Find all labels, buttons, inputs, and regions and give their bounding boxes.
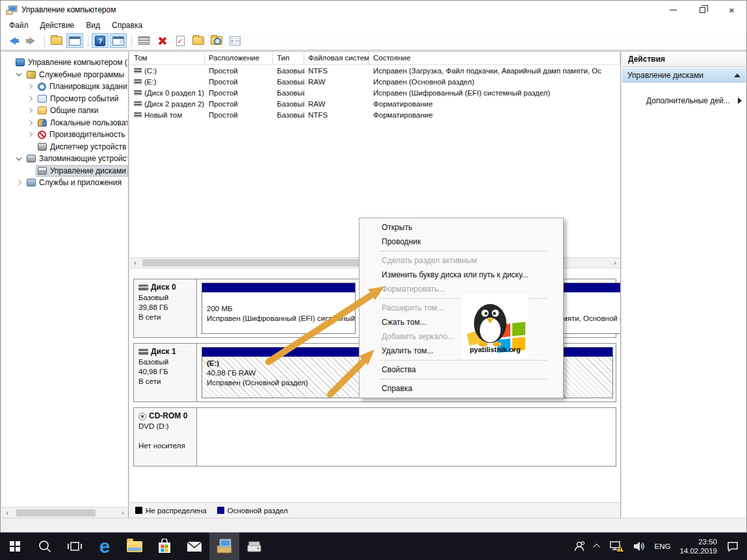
tree-item-label: Запоминающие устройст bbox=[39, 154, 128, 163]
context-menu-item[interactable]: Открыть bbox=[360, 220, 563, 235]
volume-cell: Базовый bbox=[273, 100, 304, 108]
volume-row[interactable]: Новый томПростойБазовыйNTFSФорматировани… bbox=[130, 109, 620, 120]
task-view-button[interactable] bbox=[60, 533, 90, 560]
microsoft-store-icon[interactable] bbox=[150, 533, 179, 560]
action-pane-icon[interactable] bbox=[110, 33, 127, 48]
delete-icon[interactable] bbox=[153, 33, 170, 48]
sidebar-item-users[interactable]: Локальные пользовате bbox=[2, 117, 128, 129]
scroll-right-icon[interactable]: › bbox=[118, 508, 128, 518]
back-icon[interactable] bbox=[5, 33, 21, 48]
disk-label[interactable]: CD-ROM 0DVD (D:) Нет носителя bbox=[134, 408, 197, 466]
context-menu-item[interactable]: Свойства bbox=[360, 363, 563, 377]
computer-management-taskbar-icon[interactable] bbox=[209, 533, 239, 560]
partition[interactable]: 200 МБИсправен (Шифрованный (EFI) систем… bbox=[202, 283, 356, 334]
check-document-icon[interactable]: ✓ bbox=[172, 33, 189, 48]
chevron-right-icon[interactable] bbox=[16, 180, 21, 185]
sidebar-item-services[interactable]: Службы и приложения bbox=[2, 177, 128, 189]
menubar-item[interactable]: Справка bbox=[106, 19, 148, 31]
volume-row[interactable]: (E:)ПростойБазовыйRAWИсправен (Основной … bbox=[130, 76, 620, 87]
actions-group-disk-management[interactable]: Управление дисками bbox=[622, 68, 746, 83]
disk-label[interactable]: Диск 1Базовый40,98 ГБВ сети bbox=[134, 344, 197, 401]
tree-horizontal-scrollbar[interactable]: ‹ › bbox=[2, 507, 128, 518]
sidebar-item-tools[interactable]: Служебные программы bbox=[2, 69, 128, 81]
chevron-right-icon[interactable] bbox=[27, 132, 33, 137]
sidebar-item-storage[interactable]: Запоминающие устройст bbox=[2, 153, 128, 165]
column-header[interactable]: Расположение bbox=[205, 52, 273, 64]
disk-info-line: 39,88 ГБ bbox=[138, 303, 194, 312]
volume-cell: Простой bbox=[205, 67, 273, 75]
disk-icon bbox=[138, 349, 148, 355]
context-menu-item[interactable]: Проводник bbox=[360, 235, 563, 249]
scrollbar-thumb[interactable] bbox=[16, 509, 96, 516]
column-header[interactable]: Тип bbox=[273, 52, 304, 64]
context-menu-item[interactable]: Справка bbox=[360, 381, 563, 396]
action-center-icon[interactable] bbox=[726, 540, 739, 553]
partition-type-strip bbox=[202, 283, 355, 292]
chevron-placeholder bbox=[28, 169, 32, 173]
chevron-right-icon[interactable] bbox=[27, 120, 33, 125]
volume-cell: RAW bbox=[304, 100, 369, 108]
folder-up-icon[interactable] bbox=[190, 33, 207, 48]
console-window-icon[interactable] bbox=[66, 33, 83, 48]
menubar-item[interactable]: Вид bbox=[80, 19, 106, 31]
sidebar-item-scheduler[interactable]: Планировщик заданий bbox=[2, 81, 128, 93]
sidebar-item-events[interactable]: Просмотр событий bbox=[2, 93, 128, 105]
menubar-item[interactable]: Файл bbox=[3, 19, 34, 31]
language-indicator[interactable]: ENG bbox=[655, 542, 671, 550]
sidebar-item-computer[interactable]: Управление компьютером (л bbox=[2, 57, 128, 69]
windows-logo-icon bbox=[10, 541, 20, 552]
chevron-right-icon[interactable] bbox=[27, 84, 33, 89]
disk-info-line: Нет носителя bbox=[138, 441, 194, 451]
actions-header: Действия bbox=[622, 52, 746, 67]
chevron-down-icon[interactable] bbox=[16, 71, 21, 76]
column-header[interactable]: Том bbox=[130, 52, 205, 64]
scroll-right-icon[interactable]: › bbox=[610, 258, 620, 268]
sidebar-item-performance[interactable]: Производительность bbox=[2, 129, 128, 141]
disk-tool-icon[interactable] bbox=[239, 533, 269, 560]
chevron-right-icon[interactable] bbox=[27, 96, 33, 101]
forward-icon[interactable] bbox=[23, 33, 40, 48]
sidebar-item-folders[interactable]: Общие папки bbox=[2, 105, 128, 117]
start-button[interactable] bbox=[0, 533, 30, 560]
file-explorer-icon[interactable] bbox=[120, 533, 150, 560]
disk-label[interactable]: Диск 0Базовый39,88 ГБВ сети bbox=[134, 279, 197, 337]
volume-cell: (Диск 2 раздел 2) bbox=[130, 100, 205, 108]
export-list-icon[interactable] bbox=[135, 33, 152, 48]
help-icon[interactable]: ? bbox=[92, 33, 109, 48]
volume-cell: Новый том bbox=[130, 111, 205, 119]
menu-separator bbox=[380, 379, 547, 379]
disk-icon bbox=[138, 285, 148, 290]
sidebar-item-diskmgmt[interactable]: Управление дисками bbox=[2, 165, 128, 177]
network-status-icon[interactable] bbox=[609, 540, 623, 553]
chevron-right-icon[interactable] bbox=[27, 108, 33, 113]
restore-button[interactable] bbox=[688, 1, 717, 19]
legend-label: Основной раздел bbox=[228, 507, 288, 515]
sidebar-item-devices[interactable]: Диспетчер устройств bbox=[2, 141, 128, 153]
context-menu-item[interactable]: Изменить букву диска или путь к диску... bbox=[360, 268, 563, 282]
volume-row[interactable]: (Диск 0 раздел 1)ПростойБазовыйИсправен … bbox=[130, 87, 620, 98]
show-hidden-icons-icon[interactable] bbox=[592, 544, 599, 551]
menubar-item[interactable]: Действие bbox=[34, 19, 81, 31]
disk-info-line: Базовый bbox=[138, 357, 194, 367]
edge-browser-icon[interactable]: e bbox=[90, 533, 120, 560]
volume-row[interactable]: (C:)ПростойБазовыйNTFSИсправен (Загрузка… bbox=[130, 65, 620, 76]
volume-row[interactable]: (Диск 2 раздел 2)ПростойБазовыйRAWФормат… bbox=[130, 98, 620, 109]
scroll-left-icon[interactable]: ‹ bbox=[130, 258, 140, 268]
column-header[interactable]: Состояние bbox=[369, 52, 620, 64]
collapse-icon[interactable] bbox=[734, 73, 740, 77]
chevron-down-icon[interactable] bbox=[16, 155, 21, 160]
actions-more-item[interactable]: Дополнительные дей... bbox=[622, 94, 746, 108]
column-header[interactable]: Файловая система bbox=[304, 52, 369, 64]
show-tree-icon[interactable] bbox=[48, 33, 65, 48]
people-icon[interactable] bbox=[573, 540, 586, 553]
search-button[interactable] bbox=[30, 533, 60, 560]
folder-search-icon[interactable] bbox=[208, 33, 225, 48]
scroll-left-icon[interactable]: ‹ bbox=[2, 508, 12, 518]
volume-icon[interactable] bbox=[633, 540, 646, 553]
close-button[interactable]: × bbox=[717, 1, 746, 19]
clock[interactable]: 23:50 14.02.2019 bbox=[679, 537, 717, 555]
settings-list-icon[interactable] bbox=[226, 33, 243, 48]
mail-icon[interactable] bbox=[179, 533, 209, 560]
minimize-button[interactable] bbox=[659, 1, 688, 19]
disk-info-line: 40,98 ГБ bbox=[138, 367, 194, 377]
